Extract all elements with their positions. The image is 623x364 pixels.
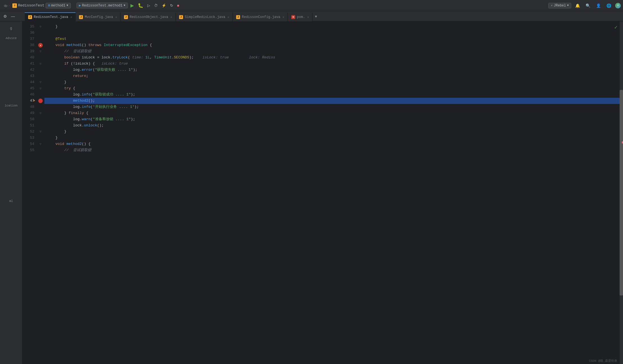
sidebar-ml[interactable]: ml [3,197,20,206]
run-with-coverage-button[interactable]: ▷ [146,3,152,8]
fold-52[interactable]: ▽ [40,130,41,133]
method-selector[interactable]: m method1 ▼ [46,3,71,8]
code-45-indent [47,85,64,92]
minimize-button[interactable]: — [10,13,16,19]
code-line-39[interactable]: // 尝试获取锁 [44,48,620,54]
line-numbers: 35 36 37 38 39 40 41 42 43 44 45 46 47 4… [22,21,37,364]
tab2-close-icon[interactable]: ✕ [115,15,117,19]
tab-simpleredislock[interactable]: J SimpleRedisLock.java ✕ [176,12,233,21]
fold-41[interactable]: ▽ [40,62,41,65]
code-45-try: try [64,85,71,92]
right-scrollbar[interactable] [620,21,623,364]
code-line-51[interactable]: lock. unlock (); [44,122,620,129]
code-40-sp1: isLock = lock. [80,54,112,61]
code-line-38[interactable]: void method1 () throws InterruptedExcept… [44,42,620,48]
breadcrumb: J RedissonTest [12,3,44,8]
code-50-warn: warn [82,116,91,122]
profile-icon-button[interactable]: 👤 [594,3,602,9]
sidebar-g-label: g [3,24,20,33]
code-line-41[interactable]: if (!isLock) { isLock: true [44,61,620,67]
code-line-46[interactable]: log. info ( "获取锁成功 .... 1" ); [44,92,620,98]
tab5-close-icon[interactable]: ✕ [283,15,284,19]
tab-pom[interactable]: m pom. ✕ [288,12,313,21]
tab-redissonobject[interactable]: J RedissonObject.java ✕ [121,12,176,21]
run-button[interactable]: ▶ [129,2,135,9]
code-line-35[interactable]: } [44,24,620,30]
build-button[interactable]: ⚡ [160,3,168,8]
tab-redissontest[interactable]: J RedissonTest.java ✕ [25,12,76,21]
fold-49[interactable]: ▽ [40,112,41,115]
main-area: g Advice lcation ml 35 36 37 38 39 40 41… [0,21,623,364]
code-line-48[interactable]: log. info ( ' 开始执行业务 .... 1 ' ); [44,104,620,110]
code-line-42[interactable]: log. error ( "获取锁失败 .... 1" ); [44,67,620,73]
translate-button[interactable]: 🌐 [605,3,613,9]
code-line-45[interactable]: try { [44,85,620,92]
code-line-43[interactable]: return ; [44,73,620,79]
code-41-if: if [64,61,69,67]
code-46-str: "获取锁成功 .... 1" [93,92,131,98]
tab-mvcconfig[interactable]: J MvcConfig.java ✕ [76,12,121,21]
fold-39[interactable]: ▽ [40,50,41,53]
code-line-49[interactable]: } finally { [44,110,620,116]
code-50-paren2: ); [131,116,135,122]
gutter: ▽ ● ▽ ▽ [37,21,44,364]
toolbar-nav: dp › [2,3,11,8]
code-47-method2: method2 [73,98,89,104]
code-line-47[interactable]: method2 (); [44,98,620,104]
fold-54[interactable]: ▽ [40,142,41,146]
code-42-log: log. [73,67,82,73]
editor-area: 35 36 37 38 39 40 41 42 43 44 45 46 47 4… [22,21,623,364]
fold-45[interactable]: ▽ [40,87,41,90]
method-label: method1 [51,4,65,8]
breakpoint-38[interactable]: ● [38,43,43,47]
code-line-37[interactable]: @Test [44,36,620,42]
code-line-55[interactable]: // 尝试获取锁 [44,147,620,153]
code-40-bool: boolean [64,54,80,61]
tab4-close-icon[interactable]: ✕ [227,15,229,19]
tab-redissonconfig[interactable]: J RedissonConfig.java ✕ [233,12,288,21]
sidebar-advice[interactable]: Advice [3,34,20,43]
code-line-52[interactable]: } [44,129,620,135]
code-line-54[interactable]: void method2 () { [44,141,620,147]
code-line-50[interactable]: log. warn ( "准备释放锁 .... 1" ); [44,116,620,122]
jrebel-selector[interactable]: ⚡ JRebel ▼ [548,3,571,8]
back-button[interactable]: dp › [2,3,11,8]
tab1-close-icon[interactable]: ✕ [70,15,72,19]
code-line-53[interactable]: } [44,135,620,141]
sync-button[interactable]: ↻ [169,3,175,8]
tabs-overflow-button[interactable]: ▼ [313,12,319,21]
gutter-53 [37,135,44,141]
tab3-close-icon[interactable]: ✕ [170,15,172,19]
run-config-selector[interactable]: ▶ RedissonTest.method1 ▼ [76,3,128,8]
tab6-close-icon[interactable]: ✕ [307,15,309,19]
java-icon-tab5: J [236,15,240,19]
breakpoint-47[interactable]: ➤ [38,99,43,103]
fold-35[interactable]: ▽ [40,25,41,28]
debug-button[interactable]: 🐛 [136,2,145,9]
notifications-button[interactable]: 🔔 [574,3,582,9]
line-num-46: 46 [22,92,37,98]
code-50-paren1: ( [91,116,93,122]
code-49-indent: } [47,110,69,116]
attribution-text: CSDN @喵_森爱吃鱼 [589,359,617,363]
profile-button[interactable]: ⏱ [153,3,159,8]
gutter-37 [37,36,44,42]
code-50-indent [47,116,73,122]
code-line-44[interactable]: } [44,79,620,85]
user-avatar[interactable]: U [615,3,621,8]
code-48-paren1: ( [91,104,93,110]
search-toolbar-button[interactable]: 🔍 [584,3,592,9]
code-48-indent [47,104,73,110]
code-43-indent [47,73,73,79]
settings-button[interactable]: ⚙ [2,13,8,19]
line-num-42: 42 [22,67,37,73]
code-line-40[interactable]: boolean isLock = lock. tryLock ( time: 1… [44,54,620,61]
sidebar-location[interactable]: lcation [3,101,20,110]
gutter-47[interactable]: ➤ [37,98,44,104]
gutter-38[interactable]: ● [37,42,44,48]
java-icon-tab1: J [28,15,32,19]
code-41-hint: isLock: true [97,61,128,67]
stop-button[interactable]: ■ [176,3,181,8]
code-line-36[interactable] [44,30,620,36]
fold-44[interactable]: ▽ [40,81,41,84]
